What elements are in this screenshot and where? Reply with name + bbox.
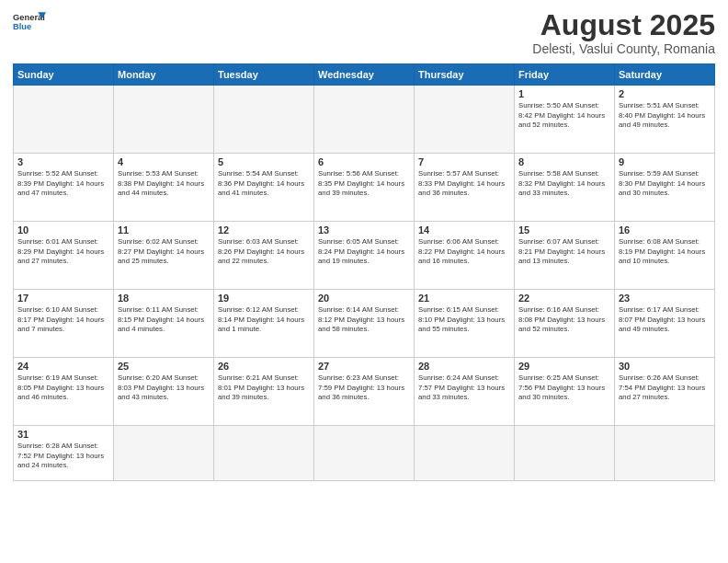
day-info: Sunrise: 5:50 AM Sunset: 8:42 PM Dayligh… (518, 101, 610, 131)
calendar-header-row: Sunday Monday Tuesday Wednesday Thursday… (14, 64, 715, 86)
day-info: Sunrise: 6:20 AM Sunset: 8:03 PM Dayligh… (118, 373, 210, 403)
day-number: 14 (418, 224, 510, 236)
table-row: 15Sunrise: 6:07 AM Sunset: 8:21 PM Dayli… (515, 222, 615, 290)
page-title: August 2025 (532, 9, 715, 41)
day-info: Sunrise: 6:15 AM Sunset: 8:10 PM Dayligh… (418, 305, 510, 335)
day-number: 22 (518, 293, 610, 304)
table-row: 11Sunrise: 6:02 AM Sunset: 8:27 PM Dayli… (114, 222, 214, 290)
table-row: 27Sunrise: 6:23 AM Sunset: 7:59 PM Dayli… (314, 358, 415, 426)
title-block: August 2025 Delesti, Vaslui County, Roma… (532, 9, 715, 56)
table-row (615, 426, 715, 481)
table-row: 12Sunrise: 6:03 AM Sunset: 8:26 PM Dayli… (214, 222, 314, 290)
day-number: 9 (619, 156, 711, 167)
day-number: 10 (17, 224, 109, 236)
table-row: 3Sunrise: 5:52 AM Sunset: 8:39 PM Daylig… (14, 154, 114, 222)
day-number: 5 (218, 156, 310, 167)
day-info: Sunrise: 6:17 AM Sunset: 8:07 PM Dayligh… (619, 305, 711, 335)
calendar-table: Sunday Monday Tuesday Wednesday Thursday… (13, 63, 715, 481)
day-info: Sunrise: 6:12 AM Sunset: 8:14 PM Dayligh… (218, 305, 310, 335)
svg-text:Blue: Blue (13, 22, 31, 31)
col-sunday: Sunday (14, 64, 114, 86)
day-info: Sunrise: 6:24 AM Sunset: 7:57 PM Dayligh… (418, 373, 510, 403)
table-row: 9Sunrise: 5:59 AM Sunset: 8:30 PM Daylig… (615, 154, 715, 222)
day-info: Sunrise: 6:06 AM Sunset: 8:22 PM Dayligh… (418, 237, 510, 267)
day-info: Sunrise: 6:21 AM Sunset: 8:01 PM Dayligh… (218, 373, 310, 403)
table-row: 8Sunrise: 5:58 AM Sunset: 8:32 PM Daylig… (515, 154, 615, 222)
day-info: Sunrise: 6:14 AM Sunset: 8:12 PM Dayligh… (318, 305, 410, 335)
table-row: 7Sunrise: 5:57 AM Sunset: 8:33 PM Daylig… (415, 154, 515, 222)
day-number: 30 (619, 361, 711, 372)
day-info: Sunrise: 5:56 AM Sunset: 8:35 PM Dayligh… (318, 169, 410, 199)
table-row (415, 426, 515, 481)
day-number: 31 (17, 429, 109, 440)
day-number: 24 (17, 361, 109, 372)
day-number: 15 (518, 224, 610, 236)
day-number: 18 (118, 293, 210, 304)
day-number: 1 (518, 88, 610, 99)
table-row: 21Sunrise: 6:15 AM Sunset: 8:10 PM Dayli… (415, 290, 515, 358)
day-info: Sunrise: 6:16 AM Sunset: 8:08 PM Dayligh… (518, 305, 610, 335)
day-number: 27 (318, 361, 410, 372)
day-number: 21 (418, 293, 510, 304)
day-info: Sunrise: 6:02 AM Sunset: 8:27 PM Dayligh… (118, 237, 210, 267)
day-info: Sunrise: 6:11 AM Sunset: 8:15 PM Dayligh… (118, 305, 210, 335)
day-number: 7 (418, 156, 510, 167)
day-number: 25 (118, 361, 210, 372)
day-number: 11 (118, 224, 210, 236)
table-row: 4Sunrise: 5:53 AM Sunset: 8:38 PM Daylig… (114, 154, 214, 222)
table-row: 16Sunrise: 6:08 AM Sunset: 8:19 PM Dayli… (615, 222, 715, 290)
table-row (515, 426, 615, 481)
day-info: Sunrise: 6:01 AM Sunset: 8:29 PM Dayligh… (17, 237, 109, 267)
col-saturday: Saturday (615, 64, 715, 86)
day-info: Sunrise: 6:10 AM Sunset: 8:17 PM Dayligh… (17, 305, 109, 335)
day-number: 19 (218, 293, 310, 304)
day-info: Sunrise: 5:53 AM Sunset: 8:38 PM Dayligh… (118, 169, 210, 199)
col-friday: Friday (515, 64, 615, 86)
table-row: 1Sunrise: 5:50 AM Sunset: 8:42 PM Daylig… (515, 86, 615, 154)
table-row: 10Sunrise: 6:01 AM Sunset: 8:29 PM Dayli… (14, 222, 114, 290)
day-info: Sunrise: 6:23 AM Sunset: 7:59 PM Dayligh… (318, 373, 410, 403)
table-row: 19Sunrise: 6:12 AM Sunset: 8:14 PM Dayli… (214, 290, 314, 358)
table-row: 5Sunrise: 5:54 AM Sunset: 8:36 PM Daylig… (214, 154, 314, 222)
day-number: 8 (518, 156, 610, 167)
table-row (214, 426, 314, 481)
table-row (314, 86, 415, 154)
day-number: 12 (218, 224, 310, 236)
table-row: 25Sunrise: 6:20 AM Sunset: 8:03 PM Dayli… (114, 358, 214, 426)
day-number: 23 (619, 293, 711, 304)
day-info: Sunrise: 5:58 AM Sunset: 8:32 PM Dayligh… (518, 169, 610, 199)
day-number: 28 (418, 361, 510, 372)
day-info: Sunrise: 6:07 AM Sunset: 8:21 PM Dayligh… (518, 237, 610, 267)
table-row: 2Sunrise: 5:51 AM Sunset: 8:40 PM Daylig… (615, 86, 715, 154)
col-monday: Monday (114, 64, 214, 86)
general-blue-logo-icon: General Blue (13, 9, 46, 35)
table-row: 28Sunrise: 6:24 AM Sunset: 7:57 PM Dayli… (415, 358, 515, 426)
table-row (314, 426, 415, 481)
day-number: 17 (17, 293, 109, 304)
table-row: 23Sunrise: 6:17 AM Sunset: 8:07 PM Dayli… (615, 290, 715, 358)
table-row (415, 86, 515, 154)
day-number: 29 (518, 361, 610, 372)
table-row: 6Sunrise: 5:56 AM Sunset: 8:35 PM Daylig… (314, 154, 415, 222)
page-header: General Blue August 2025 Delesti, Vaslui… (13, 9, 715, 56)
col-wednesday: Wednesday (314, 64, 415, 86)
day-number: 16 (619, 224, 711, 236)
day-info: Sunrise: 6:05 AM Sunset: 8:24 PM Dayligh… (318, 237, 410, 267)
table-row (114, 426, 214, 481)
day-info: Sunrise: 5:57 AM Sunset: 8:33 PM Dayligh… (418, 169, 510, 199)
day-number: 4 (118, 156, 210, 167)
day-number: 26 (218, 361, 310, 372)
table-row: 20Sunrise: 6:14 AM Sunset: 8:12 PM Dayli… (314, 290, 415, 358)
table-row: 26Sunrise: 6:21 AM Sunset: 8:01 PM Dayli… (214, 358, 314, 426)
page-subtitle: Delesti, Vaslui County, Romania (532, 41, 715, 56)
table-row: 18Sunrise: 6:11 AM Sunset: 8:15 PM Dayli… (114, 290, 214, 358)
table-row (214, 86, 314, 154)
table-row (114, 86, 214, 154)
logo: General Blue (13, 9, 46, 35)
table-row: 22Sunrise: 6:16 AM Sunset: 8:08 PM Dayli… (515, 290, 615, 358)
day-info: Sunrise: 5:54 AM Sunset: 8:36 PM Dayligh… (218, 169, 310, 199)
table-row: 24Sunrise: 6:19 AM Sunset: 8:05 PM Dayli… (14, 358, 114, 426)
table-row: 31Sunrise: 6:28 AM Sunset: 7:52 PM Dayli… (14, 426, 114, 481)
day-number: 3 (17, 156, 109, 167)
col-tuesday: Tuesday (214, 64, 314, 86)
